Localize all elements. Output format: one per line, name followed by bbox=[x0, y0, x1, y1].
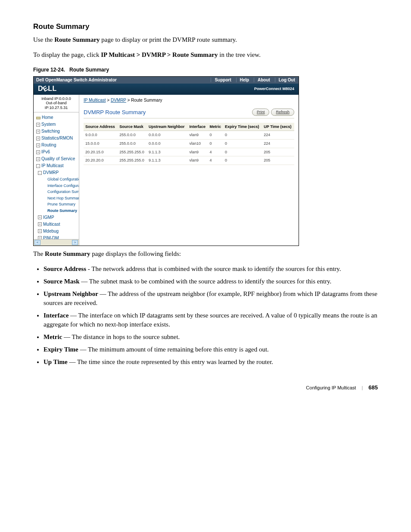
cell-if: vlan9 bbox=[187, 131, 208, 140]
expand-icon: + bbox=[36, 150, 40, 154]
cell-metric: 4 bbox=[208, 148, 223, 156]
breadcrumb-link[interactable]: DVMRP bbox=[111, 98, 126, 103]
intro-paragraph-1: Use the Route Summary page to display or… bbox=[33, 35, 378, 44]
expand-icon: + bbox=[36, 157, 40, 161]
breadcrumb-current: Route Summary bbox=[131, 98, 162, 103]
tree-mdebug[interactable]: +Mdebug bbox=[36, 228, 79, 235]
sep: — bbox=[68, 358, 77, 365]
app-title: Dell OpenManage Switch Administrator bbox=[34, 77, 211, 83]
tree-dvmrp[interactable]: -DVMRP bbox=[36, 169, 79, 176]
tree-global-config[interactable]: Global Configuration bbox=[46, 176, 79, 183]
page-footer: Configuring IP Multicast | 685 bbox=[33, 384, 378, 392]
route-table: Source Address Source Mask Upstream Neig… bbox=[84, 123, 294, 165]
label: IP Multicast bbox=[41, 163, 64, 168]
post-text: The Route Summary page displays the foll… bbox=[33, 249, 378, 258]
tree-ipv6[interactable]: +IPv6 bbox=[34, 149, 79, 156]
field-name: Expiry Time bbox=[44, 346, 78, 353]
tree-system[interactable]: +System bbox=[34, 121, 79, 128]
cell-if: vlan9 bbox=[187, 148, 208, 156]
table-header-row: Source Address Source Mask Upstream Neig… bbox=[84, 123, 294, 131]
tree-route-summary[interactable]: Route Summary bbox=[46, 208, 79, 214]
table-row: 20.20.20.0 255.255.255.0 9.1.1.3 vlan9 4… bbox=[84, 156, 294, 165]
label: Mdebug bbox=[43, 229, 59, 233]
label: Statistics/RMON bbox=[41, 136, 73, 140]
cell-mask: 255.255.255.0 bbox=[118, 156, 147, 165]
tree-pimdm[interactable]: +PIM-DM bbox=[36, 235, 79, 239]
inband-ip: Inband IP:0.0.0.0 bbox=[34, 96, 78, 101]
print-button[interactable]: Print bbox=[252, 109, 270, 116]
tree-igmp[interactable]: +IGMP bbox=[36, 214, 79, 221]
expand-icon: + bbox=[36, 130, 40, 134]
figure-number: Figure 12-24. bbox=[33, 67, 65, 73]
field-name: Source Address bbox=[44, 265, 86, 272]
collapse-icon: - bbox=[38, 171, 42, 175]
label: IPv6 bbox=[41, 149, 50, 154]
col-source-address: Source Address bbox=[84, 123, 118, 131]
section-heading: Route Summary bbox=[33, 22, 378, 32]
help-link[interactable]: Help bbox=[236, 78, 253, 82]
label: Quality of Service bbox=[41, 156, 75, 161]
expand-icon: + bbox=[38, 215, 42, 219]
field-name: Up Time bbox=[44, 358, 68, 365]
list-item: Source Address - The network address tha… bbox=[44, 264, 378, 274]
logo-letter: L bbox=[53, 84, 57, 93]
tree-routing[interactable]: +Routing bbox=[34, 142, 79, 149]
cell-metric: 0 bbox=[208, 131, 223, 140]
tree-multicast[interactable]: +Multicast bbox=[36, 221, 79, 228]
cell-uptime: 224 bbox=[262, 139, 294, 148]
nav-scrollbar[interactable]: < > bbox=[34, 239, 79, 246]
scroll-right-icon[interactable]: > bbox=[72, 240, 78, 245]
breadcrumb-link[interactable]: IP Multicast bbox=[84, 98, 106, 103]
fields-list: Source Address - The network address tha… bbox=[44, 264, 378, 367]
refresh-button[interactable]: Refresh bbox=[271, 109, 294, 116]
screenshot-frame: Dell OpenManage Switch Administrator Sup… bbox=[33, 76, 299, 246]
field-name: Upstream Neighbor bbox=[44, 290, 98, 297]
field-name: Source Mask bbox=[44, 278, 79, 285]
sep: — bbox=[79, 278, 89, 285]
tree-qos[interactable]: +Quality of Service bbox=[34, 156, 79, 162]
label: PIM-DM bbox=[43, 236, 59, 239]
col-metric: Metric bbox=[208, 123, 223, 131]
col-interface: Interface bbox=[187, 123, 208, 131]
text-bold: IP Multicast > DVMRP > Route Summary bbox=[101, 51, 218, 58]
expand-icon: + bbox=[38, 222, 42, 226]
tree-switching[interactable]: +Switching bbox=[34, 128, 79, 135]
tree-ipmulticast[interactable]: -IP Multicast bbox=[34, 162, 79, 169]
outband-ip: Out-of-band IP:10.27.5.31 bbox=[34, 101, 78, 110]
cell-src: 20.20.15.0 bbox=[84, 148, 118, 156]
expand-icon: + bbox=[36, 123, 40, 127]
tree-home[interactable]: Home bbox=[34, 114, 79, 121]
table-row: 15.0.0.0 255.0.0.0 0.0.0.0 vlan10 0 0 22… bbox=[84, 139, 294, 148]
label: Routing bbox=[41, 143, 56, 147]
tree-stats[interactable]: +Statistics/RMON bbox=[34, 135, 79, 142]
sep: — bbox=[78, 346, 88, 353]
list-item: Expiry Time — The minimum amount of time… bbox=[44, 345, 378, 354]
tree-prune-summary[interactable]: Prune Summary bbox=[46, 201, 79, 208]
home-icon bbox=[36, 116, 40, 119]
field-desc: The interface on which IP datagrams sent… bbox=[44, 312, 377, 328]
sep: — bbox=[62, 333, 72, 340]
scroll-left-icon[interactable]: < bbox=[34, 240, 40, 245]
label: DVMRP bbox=[43, 170, 59, 175]
tree-config-summary[interactable]: Configuration Summa bbox=[46, 189, 79, 195]
expand-icon: + bbox=[36, 137, 40, 140]
tree-nexthop-summary[interactable]: Next Hop Summary bbox=[46, 195, 79, 202]
tree-interface-config[interactable]: Interface Configuration bbox=[46, 183, 79, 189]
breadcrumb-sep: > bbox=[106, 98, 111, 103]
support-link[interactable]: Support bbox=[211, 78, 234, 82]
field-desc: The time since the route represented by … bbox=[77, 358, 273, 365]
cell-if: vlan9 bbox=[187, 156, 208, 165]
cell-metric: 4 bbox=[208, 156, 223, 165]
text-bold: Route Summary bbox=[54, 36, 100, 43]
banner: DELL PowerConnect M8024 bbox=[34, 84, 299, 95]
about-link[interactable]: About bbox=[254, 78, 274, 82]
logout-link[interactable]: Log Out bbox=[275, 78, 299, 82]
product-name: PowerConnect M8024 bbox=[254, 86, 294, 92]
text: To display the page, click bbox=[33, 51, 101, 58]
page-number: 685 bbox=[368, 384, 378, 391]
cell-src: 15.0.0.0 bbox=[84, 139, 118, 148]
col-expiry-time: Expiry Time (secs) bbox=[223, 123, 262, 131]
list-item: Upstream Neighbor — The address of the u… bbox=[44, 289, 378, 308]
cell-exp: 0 bbox=[223, 139, 262, 148]
field-desc: The subnet mask to be combined with the … bbox=[89, 278, 332, 285]
